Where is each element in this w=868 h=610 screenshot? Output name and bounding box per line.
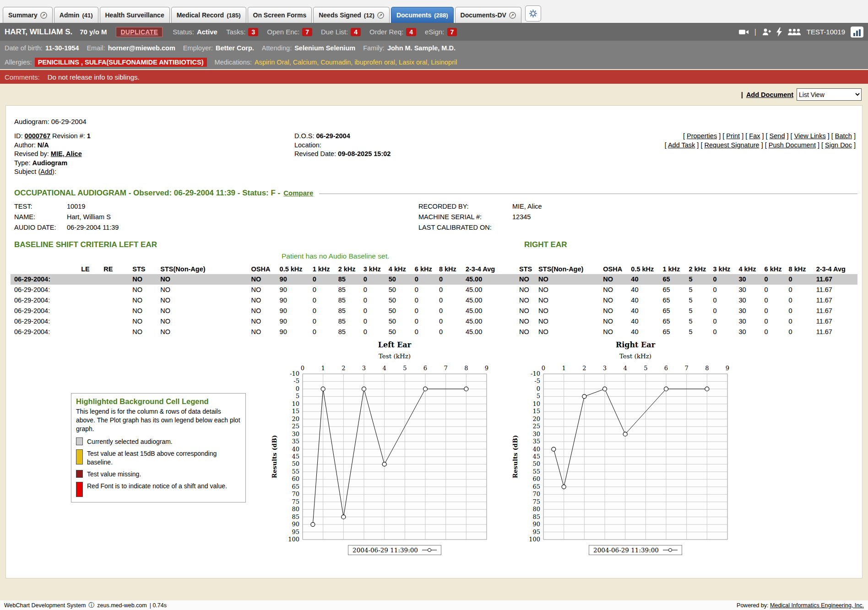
row-value: NO: [538, 316, 603, 327]
sign-doc-link[interactable]: Sign Doc: [825, 141, 852, 149]
count-badge[interactable]: 4: [351, 28, 361, 36]
row-date[interactable]: 06-29-2004:: [11, 285, 81, 295]
fax-link[interactable]: Fax: [749, 132, 760, 140]
row-value: 90: [280, 316, 313, 327]
patient-field-tasks[interactable]: Tasks:3: [226, 28, 258, 36]
patient-field-open-enc[interactable]: Open Enc:7: [267, 28, 312, 36]
print-link[interactable]: Print: [726, 132, 740, 140]
footer-host: zeus.med-web.com: [97, 602, 146, 609]
row-date[interactable]: 06-29-2004:: [11, 327, 81, 337]
users-icon[interactable]: [787, 28, 801, 36]
add-document-link[interactable]: Add Document: [746, 91, 793, 98]
legend-swatch: [76, 449, 83, 464]
powered-by-company[interactable]: Medical Informatics Engineering, Inc.: [770, 602, 864, 609]
tab-needs-signed[interactable]: Needs Signed(12)↗: [313, 7, 390, 23]
duplicate-flag[interactable]: DUPLICATE: [116, 27, 163, 37]
view-links-link[interactable]: View Links: [794, 132, 826, 140]
count-badge[interactable]: 7: [447, 28, 457, 36]
row-value: NO: [603, 316, 631, 327]
tab-admin[interactable]: Admin(41): [54, 7, 98, 23]
tab-summary[interactable]: Summary↗: [3, 7, 53, 23]
svg-text:35: 35: [532, 438, 540, 445]
comments-text: Do not release info to siblings.: [48, 73, 140, 81]
audiogram-row[interactable]: 06-29-2004:NONONO900850500045.00NONONO40…: [11, 316, 857, 327]
external-link-icon: ↗: [377, 12, 384, 19]
row-value: 30: [739, 274, 765, 285]
batch-link[interactable]: Batch: [835, 132, 852, 140]
request-signature-link[interactable]: Request Signature: [705, 141, 760, 149]
count-badge[interactable]: 4: [406, 28, 416, 36]
audio-info-label: MACHINE SERIAL #:: [418, 212, 512, 222]
row-value: NO: [251, 327, 280, 337]
row-value: NO: [538, 285, 603, 295]
audiogram-row[interactable]: 06-29-2004:NONONO900850500045.00NONONO40…: [11, 274, 857, 285]
push-document-link[interactable]: Push Document: [769, 141, 816, 149]
row-value: 90: [280, 295, 313, 306]
audiogram-row[interactable]: 06-29-2004:NONONO900850500045.00NONONO40…: [11, 327, 857, 337]
medications-list[interactable]: Aspirin Oral, Calcium, Coumadin, ibuprof…: [255, 59, 457, 66]
row-value: 40: [631, 274, 662, 285]
row-value: NO: [519, 306, 538, 316]
chart-icon[interactable]: [851, 27, 863, 38]
info-icon[interactable]: ⓘ: [88, 601, 94, 610]
column-header-4-khz: 4 kHz: [739, 264, 765, 274]
revised-date-value: 09-08-2025 15:02: [338, 150, 391, 157]
count-badge[interactable]: 3: [248, 28, 258, 36]
row-value: 30: [739, 327, 765, 337]
document-actions-row1: [ Properties ] [ Print ] [ Fax ] [ Send …: [665, 132, 856, 141]
field-label: Attending:: [262, 44, 292, 52]
flash-icon[interactable]: [776, 27, 782, 37]
revised-by-link[interactable]: MIE, Alice: [51, 150, 82, 157]
svg-text:90: 90: [292, 521, 299, 528]
date-column-header: [11, 264, 81, 274]
row-date[interactable]: 06-29-2004:: [11, 306, 81, 316]
video-camera-icon[interactable]: [739, 28, 749, 36]
row-value: 30: [739, 306, 765, 316]
footer: WebChart Development System ⓘ zeus.med-w…: [0, 600, 868, 610]
svg-text:75: 75: [532, 498, 540, 505]
row-value: 0: [363, 285, 389, 295]
audiogram-row[interactable]: 06-29-2004:NONONO900850500045.00NONONO40…: [11, 285, 857, 295]
patient-field-order-req[interactable]: Order Req:4: [369, 28, 416, 36]
row-value: 0: [363, 327, 389, 337]
send-link[interactable]: Send: [770, 132, 785, 140]
compare-link[interactable]: Compare: [283, 189, 313, 197]
svg-text:95: 95: [292, 528, 299, 535]
row-value: NO: [132, 295, 160, 306]
tab-documents-dv[interactable]: Documents-DV↗: [455, 7, 521, 23]
add-user-icon[interactable]: [762, 28, 771, 36]
patient-field-esign[interactable]: eSign:7: [425, 28, 457, 36]
audiogram-title: OCCUPATIONAL AUDIOGRAM - Observed: 06-29…: [14, 189, 280, 198]
document-id-link[interactable]: 0000767: [25, 132, 50, 140]
properties-link[interactable]: Properties: [687, 132, 717, 140]
row-value: 85: [338, 274, 363, 285]
svg-text:-5: -5: [293, 378, 299, 384]
patient-field-due-list[interactable]: Due List:4: [321, 28, 361, 36]
row-date[interactable]: 06-29-2004:: [11, 295, 81, 306]
settings-gear-button[interactable]: [525, 5, 541, 22]
tab-on-screen-forms[interactable]: On Screen Forms: [248, 7, 312, 23]
row-value: 0: [765, 285, 789, 295]
row-value: 85: [338, 285, 363, 295]
column-header-2-3-4-avg: 2-3-4 Avg: [466, 264, 519, 274]
audiogram-row[interactable]: 06-29-2004:NONONO900850500045.00NONONO40…: [11, 306, 857, 316]
row-value: 0: [363, 295, 389, 306]
svg-text:15: 15: [532, 408, 540, 415]
tab-medical-record[interactable]: Medical Record(185): [171, 7, 246, 23]
count-badge[interactable]: 7: [302, 28, 312, 36]
tab-documents[interactable]: Documents(288): [391, 7, 454, 23]
type-value: Audiogram: [33, 159, 68, 167]
allergies-value[interactable]: PENICILLINS , SULFA(SULFONAMIDE ANTIBIOT…: [35, 58, 207, 67]
audiogram-row[interactable]: 06-29-2004:NONONO900850500045.00NONONO40…: [11, 295, 857, 306]
row-date[interactable]: 06-29-2004:: [11, 316, 81, 327]
view-select[interactable]: List View: [797, 88, 862, 101]
patient-header-bar: HART, WILLIAM S. 70 y/o M DUPLICATE Stat…: [0, 23, 868, 41]
row-value: NO: [132, 316, 160, 327]
row-date[interactable]: 06-29-2004:: [11, 274, 81, 285]
row-value: 30: [739, 295, 765, 306]
row-value: NO: [519, 295, 538, 306]
add-task-link[interactable]: Add Task: [668, 141, 695, 149]
subject-add-link[interactable]: Add: [40, 168, 52, 175]
tab-health-surveillance[interactable]: Health Surveillance: [100, 7, 170, 23]
svg-text:1: 1: [321, 365, 325, 372]
